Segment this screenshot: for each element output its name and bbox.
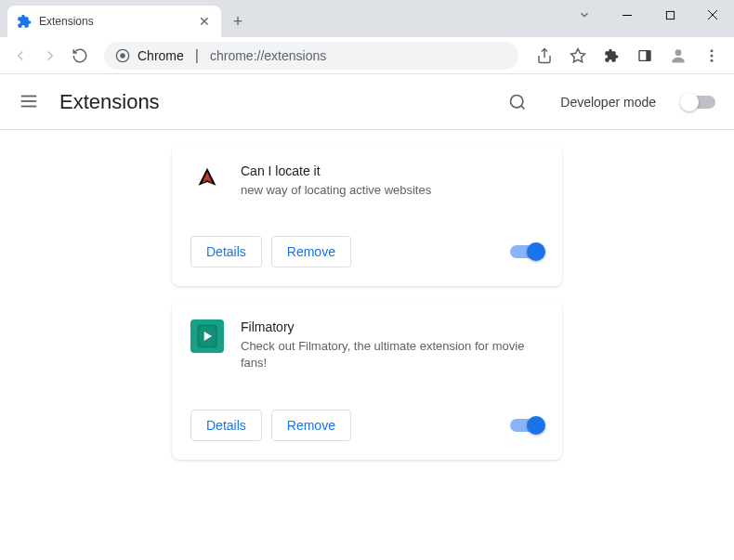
extension-info: Filmatory Check out Filmatory, the ultim… bbox=[241, 319, 544, 371]
extension-description: Check out Filmatory, the ultimate extens… bbox=[241, 338, 544, 371]
remove-button[interactable]: Remove bbox=[271, 410, 351, 441]
svg-point-11 bbox=[711, 49, 714, 52]
close-tab-icon[interactable]: ✕ bbox=[197, 14, 212, 29]
share-icon[interactable] bbox=[530, 41, 559, 71]
extension-name: Can I locate it bbox=[241, 163, 544, 178]
svg-point-23 bbox=[214, 328, 216, 330]
enable-toggle[interactable] bbox=[510, 419, 544, 432]
bookmark-star-icon[interactable] bbox=[563, 41, 593, 71]
svg-rect-1 bbox=[666, 11, 674, 19]
maximize-button[interactable] bbox=[649, 0, 691, 30]
svg-point-24 bbox=[214, 344, 216, 345]
extensions-list: Can I locate it new way of locating acti… bbox=[0, 130, 734, 475]
tab-title: Extensions bbox=[39, 15, 190, 28]
hamburger-menu-icon[interactable] bbox=[19, 91, 41, 113]
extension-name: Filmatory bbox=[241, 319, 544, 334]
url-path: chrome://extensions bbox=[210, 48, 326, 63]
extension-actions: Details Remove bbox=[190, 410, 544, 441]
svg-rect-0 bbox=[623, 15, 632, 16]
svg-point-12 bbox=[711, 54, 714, 57]
svg-point-5 bbox=[120, 53, 125, 58]
side-panel-icon[interactable] bbox=[630, 41, 660, 71]
url-scheme: Chrome bbox=[138, 48, 184, 63]
extension-card: Filmatory Check out Filmatory, the ultim… bbox=[172, 301, 562, 459]
svg-point-21 bbox=[200, 328, 202, 330]
back-button[interactable] bbox=[7, 43, 33, 69]
window-titlebar: Extensions ✕ + bbox=[0, 0, 734, 37]
extension-info: Can I locate it new way of locating acti… bbox=[241, 163, 544, 199]
extension-puzzle-icon bbox=[17, 14, 32, 29]
forward-button[interactable] bbox=[37, 43, 63, 69]
developer-mode-toggle[interactable] bbox=[682, 96, 715, 109]
extension-description: new way of locating active websites bbox=[241, 182, 544, 199]
browser-tab[interactable]: Extensions ✕ bbox=[7, 6, 221, 37]
page-title: Extensions bbox=[59, 90, 490, 114]
remove-button[interactable]: Remove bbox=[271, 236, 351, 267]
svg-marker-7 bbox=[571, 48, 585, 61]
browser-toolbar: Chrome | chrome://extensions bbox=[0, 37, 734, 74]
svg-point-22 bbox=[200, 344, 202, 345]
extension-header: Can I locate it new way of locating acti… bbox=[190, 163, 544, 199]
extension-actions: Details Remove bbox=[190, 236, 544, 267]
reload-button[interactable] bbox=[67, 43, 93, 69]
details-button[interactable]: Details bbox=[190, 236, 262, 267]
svg-line-18 bbox=[521, 105, 525, 109]
extension-header: Filmatory Check out Filmatory, the ultim… bbox=[190, 319, 544, 371]
extensions-puzzle-icon[interactable] bbox=[596, 41, 626, 71]
extension-icon bbox=[190, 319, 224, 353]
search-icon[interactable] bbox=[508, 93, 527, 111]
svg-point-13 bbox=[711, 59, 714, 61]
svg-point-10 bbox=[675, 49, 682, 56]
close-window-button[interactable] bbox=[691, 0, 734, 30]
details-button[interactable]: Details bbox=[190, 410, 262, 441]
minimize-button[interactable] bbox=[606, 0, 649, 30]
window-controls bbox=[563, 0, 734, 30]
extension-card: Can I locate it new way of locating acti… bbox=[172, 145, 562, 286]
chrome-icon bbox=[115, 48, 130, 63]
tab-search-icon[interactable] bbox=[563, 0, 606, 30]
new-tab-button[interactable]: + bbox=[225, 8, 251, 34]
address-bar[interactable]: Chrome | chrome://extensions bbox=[104, 42, 518, 70]
kebab-menu-icon[interactable] bbox=[697, 41, 727, 71]
enable-toggle[interactable] bbox=[510, 245, 544, 258]
extension-icon bbox=[190, 163, 224, 197]
profile-avatar-icon[interactable] bbox=[663, 41, 693, 71]
svg-rect-9 bbox=[646, 50, 650, 60]
svg-point-17 bbox=[511, 95, 523, 107]
url-divider: | bbox=[195, 47, 199, 64]
developer-mode-label: Developer mode bbox=[560, 95, 656, 110]
extensions-page-header: Extensions Developer mode bbox=[0, 74, 734, 130]
